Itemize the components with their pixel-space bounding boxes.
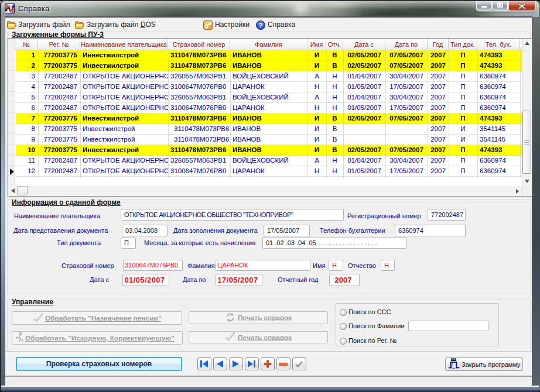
svg-text:?: ? [259,22,263,29]
